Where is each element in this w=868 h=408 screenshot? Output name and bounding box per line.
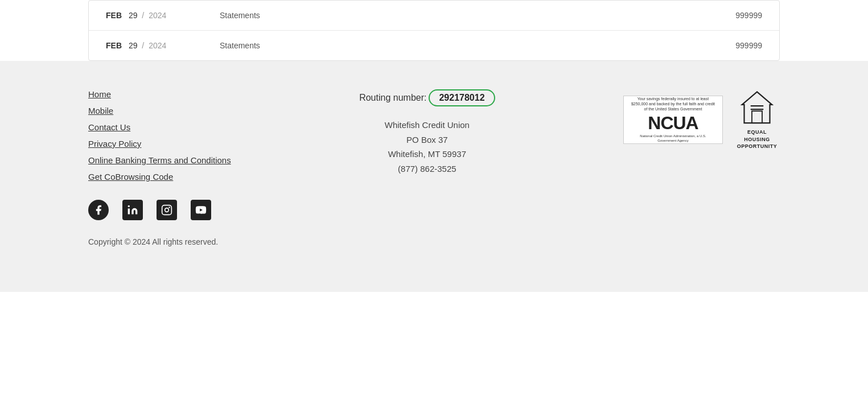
top-section: FEB 29 / 2024 Statements 999999 FEB 29 /…: [0, 0, 868, 61]
ncua-bottom-text: National Credit Union Administration, a …: [631, 134, 715, 143]
row-type: Statements: [220, 11, 682, 20]
address-line2: PO Box 37: [265, 133, 589, 147]
routing-label: Routing number:: [359, 93, 426, 103]
social-links: [88, 200, 231, 220]
address-phone: (877) 862-3525: [265, 162, 589, 176]
routing-number-row: Routing number: 292178012: [265, 89, 589, 106]
table-row: FEB 29 / 2024 Statements 999999: [89, 31, 779, 60]
footer-address: Whitefish Credit Union PO Box 37 Whitefi…: [265, 118, 589, 176]
date-day: 29: [129, 41, 138, 50]
svg-rect-6: [752, 111, 762, 123]
youtube-icon[interactable]: [191, 200, 211, 220]
svg-marker-5: [742, 92, 772, 123]
footer-main: Home Mobile Contact Us Privacy Policy On…: [88, 89, 780, 246]
row-amount: 999999: [705, 11, 762, 20]
routing-value-wrapper: 292178012: [429, 89, 495, 106]
nav-link-cobrowsing[interactable]: Get CoBrowsing Code: [88, 172, 231, 182]
svg-point-3: [168, 207, 170, 208]
date-month: FEB: [106, 41, 122, 50]
footer: Home Mobile Contact Us Privacy Policy On…: [0, 61, 868, 292]
svg-rect-1: [162, 205, 172, 215]
routing-value: 292178012: [439, 93, 484, 102]
date-year: 2024: [149, 41, 166, 50]
svg-point-0: [128, 205, 130, 207]
date-day: 29: [129, 11, 138, 20]
nav-link-privacy-policy[interactable]: Privacy Policy: [88, 139, 231, 149]
footer-center: Routing number: 292178012 Whitefish Cred…: [265, 89, 589, 176]
row-type: Statements: [220, 41, 682, 50]
address-line3: Whitefish, MT 59937: [265, 147, 589, 162]
address-line1: Whitefish Credit Union: [265, 118, 589, 133]
date-month: FEB: [106, 11, 122, 20]
footer-nav: Home Mobile Contact Us Privacy Policy On…: [88, 89, 231, 182]
instagram-icon[interactable]: [157, 200, 177, 220]
facebook-icon[interactable]: [88, 200, 109, 220]
row-date: FEB 29 / 2024: [106, 11, 197, 20]
table-row: FEB 29 / 2024 Statements 999999: [89, 1, 779, 31]
nav-link-contact-us[interactable]: Contact Us: [88, 122, 231, 132]
nav-link-online-banking[interactable]: Online Banking Terms and Conditions: [88, 155, 231, 165]
nav-link-mobile[interactable]: Mobile: [88, 106, 231, 116]
svg-point-2: [165, 208, 169, 212]
ncua-logo: Your savings federally insured to at lea…: [623, 96, 723, 144]
equal-housing-text: EQUAL HOUSINGOPPORTUNITY: [734, 129, 780, 150]
row-amount: 999999: [705, 41, 762, 50]
ncua-top-text: Your savings federally insured to at lea…: [631, 96, 715, 112]
ncua-main-text: NCUA: [648, 114, 698, 132]
copyright-text: Copyright © 2024 All rights reserved.: [88, 237, 231, 246]
row-date: FEB 29 / 2024: [106, 41, 197, 50]
nav-link-home[interactable]: Home: [88, 89, 231, 99]
statements-table: FEB 29 / 2024 Statements 999999 FEB 29 /…: [88, 0, 780, 61]
equal-housing-icon: [740, 89, 774, 126]
date-year: 2024: [149, 11, 166, 20]
equal-housing-logo: EQUAL HOUSINGOPPORTUNITY: [734, 89, 780, 150]
footer-left: Home Mobile Contact Us Privacy Policy On…: [88, 89, 231, 246]
footer-logos: Your savings federally insured to at lea…: [623, 89, 780, 150]
linkedin-icon[interactable]: [122, 200, 143, 220]
